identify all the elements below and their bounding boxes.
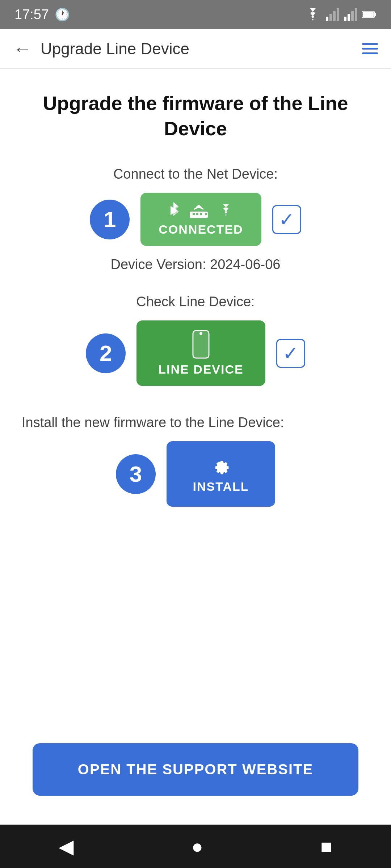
wifi-icon: [305, 8, 321, 21]
support-btn-label: OPEN THE SUPPORT WEBSITE: [78, 761, 313, 778]
status-bar: 17:57 🕐: [0, 0, 391, 29]
step2-number: 2: [86, 333, 126, 373]
nav-bar: ◀ ● ■: [0, 825, 391, 868]
app-bar-title: Upgrade Line Device: [41, 40, 362, 58]
time-display: 17:57: [14, 7, 49, 22]
wifi2-icon: [218, 204, 234, 217]
svg-rect-7: [355, 8, 357, 21]
step2-row: 2 LINE DEVICE ✓: [22, 320, 369, 386]
step3-row: 3 INSTALL: [22, 441, 369, 507]
step2-checkmark: ✓: [283, 344, 299, 363]
phone-icon: [190, 330, 212, 359]
nav-home-button[interactable]: ●: [191, 835, 203, 858]
svg-rect-0: [326, 17, 328, 21]
gear-icon: [210, 454, 232, 476]
battery-icon: [362, 10, 377, 19]
signal2-icon: [344, 8, 357, 21]
line-device-button[interactable]: LINE DEVICE: [136, 320, 265, 386]
svg-rect-14: [200, 213, 202, 215]
svg-rect-1: [329, 14, 332, 21]
line-device-btn-label: LINE DEVICE: [158, 362, 243, 376]
svg-rect-15: [205, 213, 207, 215]
svg-rect-6: [351, 11, 354, 21]
step3-label: Install the new firmware to the Line Dev…: [22, 415, 284, 430]
support-button[interactable]: OPEN THE SUPPORT WEBSITE: [33, 743, 358, 796]
router-icon: [186, 202, 211, 219]
svg-rect-4: [344, 17, 346, 21]
svg-rect-17: [194, 331, 208, 357]
alarm-icon: 🕐: [55, 7, 70, 22]
main-content: Upgrade the firmware of the Line Device …: [0, 69, 391, 825]
connected-btn-label: CONNECTED: [159, 222, 243, 237]
device-version: Device Version: 2024-06-06: [111, 257, 281, 272]
step3-number: 3: [116, 454, 156, 494]
connected-button[interactable]: CONNECTED: [140, 193, 261, 246]
svg-rect-12: [193, 213, 195, 215]
step2-label: Check Line Device:: [136, 294, 255, 310]
app-bar: ← Upgrade Line Device: [0, 29, 391, 69]
step1-label: Connect to the Net Device:: [113, 166, 278, 182]
step2-checkbox[interactable]: ✓: [276, 339, 305, 368]
page-title: Upgrade the firmware of the Line Device: [22, 90, 369, 141]
svg-rect-2: [333, 11, 336, 21]
svg-rect-10: [363, 12, 374, 17]
install-btn-label: INSTALL: [193, 480, 249, 494]
signal1-icon: [326, 8, 339, 21]
status-icons: [305, 8, 377, 21]
menu-button[interactable]: [362, 43, 378, 54]
bluetooth-icon: [168, 202, 180, 219]
step1-row: 1: [22, 193, 369, 246]
nav-back-button[interactable]: ◀: [59, 835, 74, 858]
svg-rect-5: [348, 14, 350, 21]
svg-point-18: [199, 332, 202, 335]
connected-btn-icons: [168, 202, 234, 219]
step1-checkbox[interactable]: ✓: [272, 205, 301, 234]
svg-rect-3: [337, 8, 339, 21]
install-button[interactable]: INSTALL: [167, 441, 275, 507]
status-time: 17:57 🕐: [14, 7, 70, 22]
step1-number: 1: [90, 200, 130, 239]
svg-rect-9: [375, 13, 376, 16]
step1-checkmark: ✓: [279, 210, 295, 229]
nav-recent-button[interactable]: ■: [320, 835, 332, 858]
back-button[interactable]: ←: [13, 38, 32, 60]
svg-rect-13: [196, 213, 198, 215]
